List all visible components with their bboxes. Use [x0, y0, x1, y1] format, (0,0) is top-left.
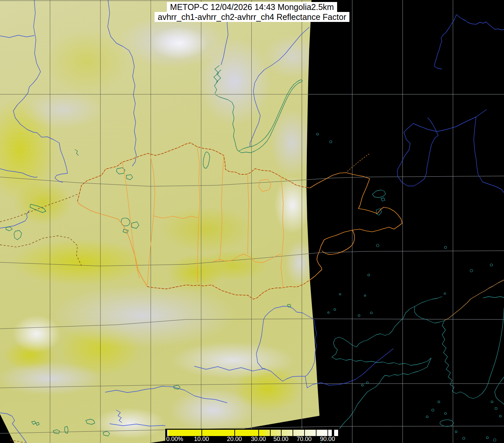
mongolia-border	[77, 143, 402, 299]
colorbar-label: 0.00%	[166, 436, 183, 443]
colorbar-tick	[316, 430, 316, 436]
colorbar-tick	[258, 430, 259, 436]
colorbar-label: 10.00	[194, 436, 209, 443]
colorbar-gradient	[167, 430, 332, 436]
title-line-1: METOP-C 12/04/2026 14:43 Mongolia2.5km	[167, 2, 337, 12]
image-title: METOP-C 12/04/2026 14:43 Mongolia2.5km a…	[0, 2, 504, 22]
lake-baikal-se-shore	[239, 81, 303, 153]
small-islands	[316, 133, 501, 441]
colorbar-tick	[293, 430, 293, 436]
reflectance-colorbar: 0.00%10.0020.0030.0050.0070.0090.00	[165, 429, 341, 442]
rivers	[0, 0, 504, 443]
political-borders	[0, 143, 504, 443]
lake-khovsgol	[203, 152, 210, 168]
colorbar-tick	[234, 430, 235, 436]
colorbar-label: 70.00	[297, 436, 312, 443]
colorbar-label: 30.00	[251, 436, 266, 443]
title-line-2: avhrr_ch1-avhrr_ch2-avhrr_ch4 Reflectanc…	[155, 12, 350, 22]
colorbar-label: 20.00	[227, 436, 242, 443]
latlon-grid-swath-area	[0, 0, 504, 443]
colorbar-tick	[281, 430, 282, 436]
lake-baikal-nw-shore	[239, 80, 303, 151]
bohai-shandong-coast	[320, 307, 431, 443]
latlon-grid-dark-area	[0, 0, 504, 443]
lakes	[6, 65, 303, 436]
colorbar-label: 50.00	[274, 436, 289, 443]
colorbar-tick	[270, 430, 271, 436]
colorbar-tick	[304, 430, 305, 436]
colorbar-label: 90.00	[320, 436, 335, 443]
colorbar-startcap	[167, 430, 168, 436]
colorbar-tick	[201, 430, 202, 436]
coastlines	[316, 133, 504, 443]
yalu-border	[444, 280, 504, 320]
colorbar-overflow-block	[334, 430, 338, 436]
korea-coast	[442, 308, 504, 399]
map-overlay	[0, 0, 504, 443]
colorbar-tick	[327, 430, 328, 436]
satellite-image-viewport: METOP-C 12/04/2026 14:43 Mongolia2.5km a…	[0, 0, 504, 443]
aimag-boundaries	[122, 147, 284, 288]
